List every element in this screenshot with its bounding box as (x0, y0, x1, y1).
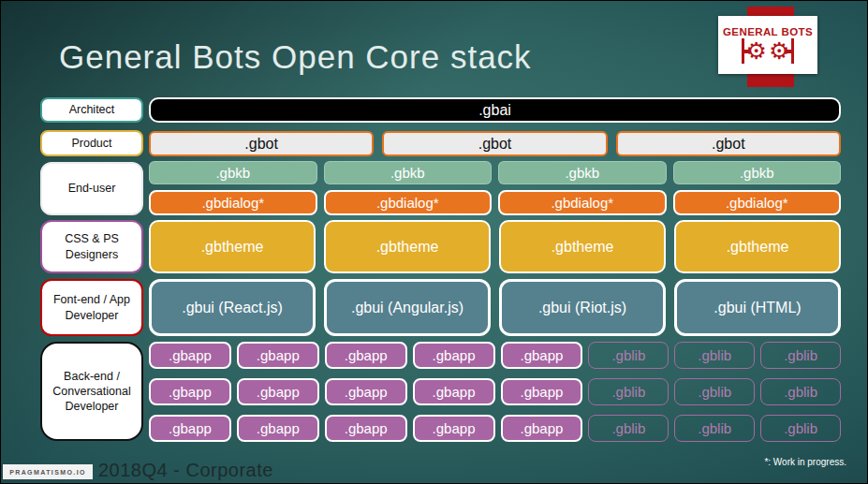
label-architect: Architect (40, 97, 143, 123)
gblib-block: .gblib (760, 415, 841, 442)
gbapp-block: .gbapp (501, 342, 583, 369)
gbapp-block: .gbapp (237, 342, 319, 369)
work-in-progress-note: *: Work in progress. (764, 457, 846, 467)
gbkb-block: .gbkb (498, 161, 667, 184)
gbapp-block: .gbapp (149, 378, 231, 405)
general-bots-logo: GENERAL BOTS ⚙ ⚙ (718, 16, 817, 74)
gbapp-block: .gbapp (237, 415, 319, 442)
gbapp-block: .gbapp (149, 342, 231, 369)
gblib-block: .gblib (674, 378, 755, 405)
gbot-block: .gbot (616, 131, 841, 156)
gbdialog-block: .gbdialog* (324, 190, 493, 215)
backend-row-1: .gbapp .gbapp .gbapp .gbapp .gbapp .gbli… (149, 342, 841, 369)
label-text: CSS & PS Designers (47, 231, 137, 262)
gbtheme-block: .gbtheme (149, 220, 316, 273)
gbui-html-block: .gbui (HTML) (674, 279, 841, 336)
label-text: Product (71, 136, 111, 151)
gbapp-block: .gbapp (501, 378, 583, 405)
gbapp-block: .gbapp (237, 378, 319, 405)
gbkb-block: .gbkb (149, 161, 317, 184)
gbkb-block: .gbkb (324, 161, 493, 184)
backend-row-2: .gbapp .gbapp .gbapp .gbapp .gbapp .gbli… (149, 378, 841, 405)
gbdialog-row: .gbdialog* .gbdialog* .gbdialog* .gbdial… (149, 190, 841, 215)
gblib-block: .gblib (674, 342, 755, 369)
gbtheme-block: .gbtheme (499, 220, 666, 273)
label-css-ps-designers: CSS & PS Designers (40, 220, 143, 273)
page-title: General Bots Open Core stack (59, 38, 532, 76)
gbapp-block: .gbapp (325, 378, 407, 405)
gblib-block: .gblib (760, 378, 841, 405)
gbapp-block: .gbapp (325, 342, 407, 369)
gbai-bar: .gbai (149, 97, 841, 123)
gblib-block: .gblib (588, 378, 669, 405)
gbui-row: .gbui (React.js) .gbui (Angular.js) .gbu… (149, 279, 841, 336)
gbdialog-block: .gbdialog* (498, 190, 667, 215)
gbdialog-block: .gbdialog* (673, 190, 842, 215)
gbtheme-block: .gbtheme (324, 220, 491, 273)
label-text: End-user (68, 181, 116, 196)
gbtheme-block: .gbtheme (674, 220, 841, 273)
gbdialog-block: .gbdialog* (149, 190, 317, 215)
gbot-block: .gbot (382, 131, 607, 156)
label-end-user: End-user (40, 162, 143, 215)
gbapp-block: .gbapp (501, 415, 583, 442)
gblib-block: .gblib (588, 415, 669, 442)
label-text: Back-end / Conversational Developer (47, 369, 137, 415)
gbui-riot-block: .gbui (Riot.js) (499, 279, 666, 336)
gblib-block: .gblib (588, 342, 669, 369)
label-frontend-app-developer: Font-end / App Developer (40, 279, 143, 336)
gblib-block: .gblib (674, 415, 755, 442)
pragmatismo-brand-badge: PRAGMATISMO.IO (3, 464, 93, 479)
gbot-block: .gbot (149, 131, 374, 156)
label-text: Font-end / App Developer (47, 292, 137, 323)
gbapp-block: .gbapp (413, 378, 495, 405)
footer-caption: 2018Q4 - Corporate (98, 460, 273, 481)
left-bar-icon (742, 38, 744, 64)
gbai-row: .gbai (149, 97, 841, 123)
gbapp-block: .gbapp (413, 415, 495, 442)
gbapp-block: .gbapp (325, 415, 407, 442)
gbkb-block: .gbkb (673, 161, 842, 184)
gbot-row: .gbot .gbot .gbot (149, 131, 841, 156)
right-bar-icon (791, 38, 794, 64)
label-backend-conversational-developer: Back-end / Conversational Developer (40, 342, 143, 441)
gbapp-block: .gbapp (149, 415, 231, 442)
slide: General Bots Open Core stack GENERAL BOT… (0, 0, 868, 484)
label-product: Product (40, 130, 143, 156)
gbtheme-row: .gbtheme .gbtheme .gbtheme .gbtheme (149, 220, 841, 273)
label-text: Architect (69, 102, 115, 117)
gbui-react-block: .gbui (React.js) (149, 279, 316, 336)
backend-row-3: .gbapp .gbapp .gbapp .gbapp .gbapp .gbli… (149, 415, 841, 442)
gbkb-row: .gbkb .gbkb .gbkb .gbkb (149, 161, 841, 184)
brand-name: GENERAL BOTS (723, 26, 813, 37)
gblib-block: .gblib (760, 342, 841, 369)
gbui-angular-block: .gbui (Angular.js) (324, 279, 491, 336)
gears-icon: ⚙ ⚙ (742, 38, 795, 64)
gbapp-block: .gbapp (413, 342, 495, 369)
